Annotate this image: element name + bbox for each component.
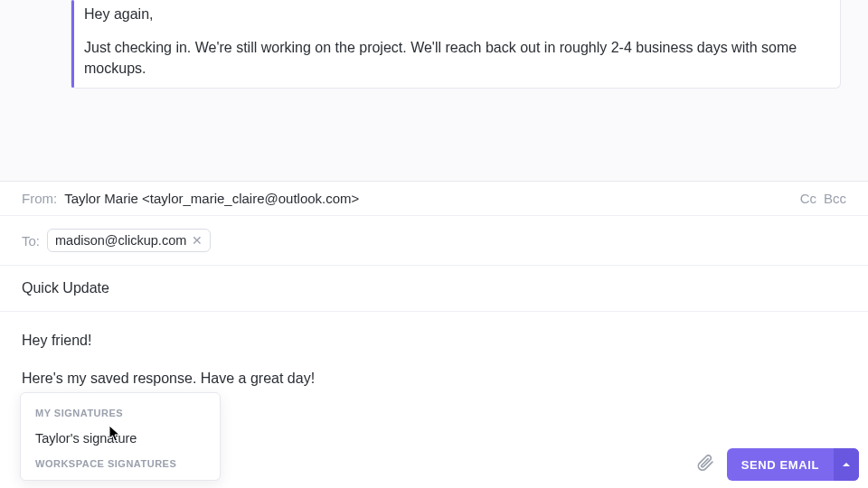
from-row: From: Taylor Marie <taylor_marie_claire@… [0,182,868,216]
caret-up-icon [842,460,851,469]
quoted-body: Just checking in. We're still working on… [84,37,827,79]
quoted-message: Hey again, Just checking in. We're still… [71,0,841,89]
signature-section-my: MY SIGNATURES [21,402,220,424]
recipient-chip-text: madison@clickup.com [55,233,186,248]
quote-accent-bar [71,0,74,88]
bcc-link[interactable]: Bcc [824,191,846,206]
from-label: From: [22,191,57,206]
remove-recipient-icon[interactable]: ✕ [192,234,203,247]
from-value[interactable]: Taylor Marie <taylor_marie_claire@outloo… [64,191,359,206]
signature-popup: MY SIGNATURES Taylor's signature WORKSPA… [20,392,221,481]
quoted-greeting: Hey again, [84,4,827,24]
subject-input[interactable] [22,280,846,296]
send-options-dropdown[interactable] [834,448,859,481]
signature-section-workspace: WORKSPACE SIGNATURES [21,453,220,474]
signature-item-taylor[interactable]: Taylor's signature [21,424,220,453]
subject-row [0,266,868,312]
send-email-button-group: SEND EMAIL [727,448,859,481]
send-toolbar: SEND EMAIL [696,448,859,481]
attachment-icon[interactable] [696,453,714,476]
send-email-button[interactable]: SEND EMAIL [727,448,834,481]
to-label: To: [22,233,40,249]
body-line-2: Here's my saved response. Have a great d… [22,368,846,389]
body-line-1: Hey friend! [22,330,846,352]
to-row: To: madison@clickup.com ✕ [0,216,868,266]
cc-link[interactable]: Cc [800,191,816,206]
recipient-chip[interactable]: madison@clickup.com ✕ [47,229,211,252]
